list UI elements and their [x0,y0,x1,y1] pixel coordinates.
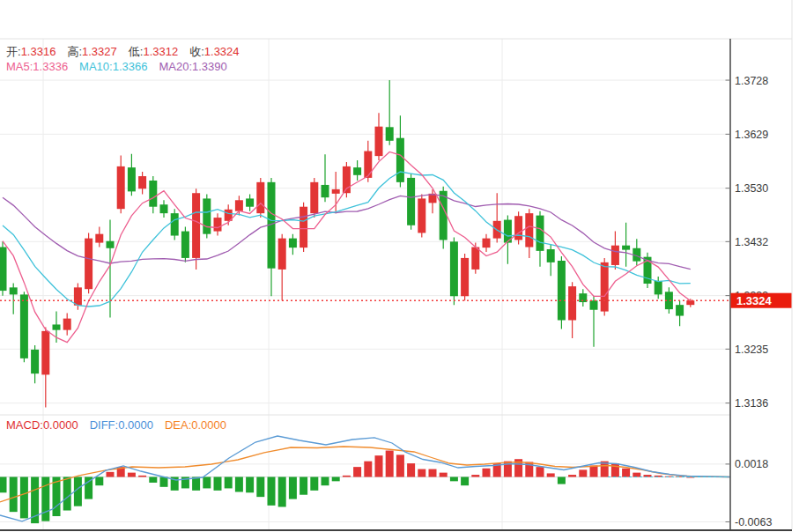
macd-bar [63,477,71,510]
macd-bar [246,477,254,492]
candle-body [461,258,469,296]
macd-bar [633,473,640,477]
candle-body [322,185,329,197]
candle-body [20,294,28,358]
macd-bar [536,467,544,477]
candlestick-chart[interactable]: 1.37281.36291.35301.34321.33331.32351.31… [0,0,799,532]
macd-bar [450,477,458,481]
macd-bar [256,477,264,497]
macd-bar [343,476,351,477]
candle-body [525,213,533,247]
macd-bar [440,473,448,477]
candle-body [192,193,200,258]
macd-bar [590,466,598,477]
candle-body [590,300,598,310]
macd-bar [483,469,491,477]
candle-body [332,189,340,194]
candle-body [568,286,576,320]
axis-tick-label: 1.3432 [735,236,768,248]
macd-bar [160,477,168,486]
macd-bar [203,477,211,488]
macd-bar [278,477,286,506]
close-value: 1.3324 [204,45,240,58]
macd-bar [300,477,307,494]
macd-row-diff: DIFF:0.0000 [90,418,153,432]
candle-body [63,319,71,330]
candle-body [483,239,491,248]
candle-body [117,166,125,209]
candle-body [74,287,82,305]
ma5-label: MA5: [6,60,33,73]
candle-body [31,350,39,373]
candle-body [676,305,684,315]
candle-body [235,200,243,211]
axis-tick-label: 1.3530 [735,182,768,195]
macd-bar [396,454,404,477]
candle-body [128,167,136,191]
trading-chart-app: 日周月5分15分30分60分4时 1.37281.36291.35301.343… [0,0,799,532]
candle-body [300,207,307,248]
high-value: 1.3327 [82,45,117,58]
open-label: 开: [6,45,21,58]
macd-bar [568,475,576,477]
ma10-label: MA10: [79,60,113,73]
candle-body [278,239,286,270]
ohlc-row-high: 高:1.3327 [67,45,116,58]
candle-body [375,127,383,156]
macd-bar [622,469,630,477]
ohlc-row-low: 低:1.3312 [129,45,178,58]
candle-body [181,232,189,258]
low-value: 1.3312 [143,45,178,58]
ma-row-ma10: MA10:1.3366 [79,60,147,73]
candle-body [611,246,619,265]
candle-body [289,239,297,248]
macd-bar [375,455,383,477]
macd-row-dea: DEA:0.0000 [165,418,226,432]
macd-bar [138,476,146,477]
ma-readout: MA5:1.3336MA10:1.3366MA20:1.3390 [6,60,239,73]
candle-body [364,151,372,178]
candle-body [601,262,609,312]
ma20-label: MA20: [159,60,192,73]
ohlc-row-close: 收:1.3324 [189,45,239,58]
macd-bar [107,472,115,477]
candle-body [418,198,425,233]
macd-bar [268,477,276,505]
ma20-value: 1.3390 [192,60,227,73]
candle-body [471,248,479,270]
macd-bar [364,462,372,477]
dea-label: DEA: [165,418,191,432]
candle-body [53,324,61,329]
macd-bar [128,473,136,477]
macd-bar [332,477,340,481]
axis-tick-label: 1.3629 [735,129,768,141]
ma5-value: 1.3336 [33,60,68,73]
macd-bar [429,469,437,477]
axis-tick-label: 0.0018 [735,458,768,470]
macd-bar [461,477,469,485]
macd-bar [41,477,49,521]
axis-tick-label: 1.3136 [735,397,768,410]
close-label: 收: [189,45,204,58]
candle-body [622,246,630,250]
ohlc-readout: 开:1.3316高:1.3327低:1.3312收:1.3324 [6,45,251,58]
candle-body [558,261,566,320]
macd-bar [192,477,200,490]
macd-bar [386,451,394,477]
macd-bar [214,477,222,490]
candle-body [440,191,448,240]
macd-bar [10,477,18,512]
macd-bar [95,477,103,485]
high-label: 高: [67,45,82,58]
candle-body [246,198,254,206]
macd-bar [558,477,566,484]
macd-bar [353,467,361,477]
candle-body [0,248,7,292]
candle-body [256,182,264,213]
macd-bar [225,477,233,488]
axis-tick-label: 1.3235 [735,344,768,356]
macd-label: MACD: [6,418,43,432]
candle-body [353,167,361,175]
candle-body [396,138,404,182]
macd-bar [407,463,415,477]
